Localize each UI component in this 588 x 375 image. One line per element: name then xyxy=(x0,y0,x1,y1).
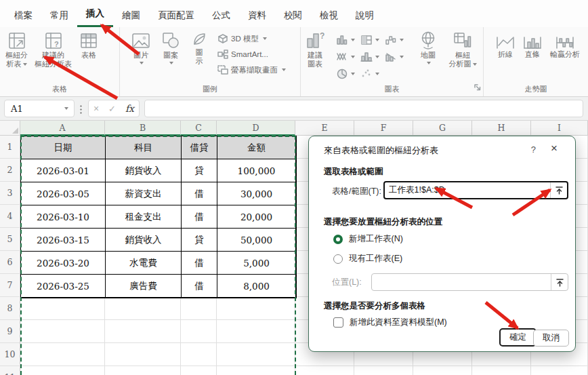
table-cell[interactable]: 貸 xyxy=(182,159,217,182)
chevron-down-icon[interactable] xyxy=(64,107,68,110)
menu-tab[interactable]: 資料 xyxy=(239,7,275,27)
table-cell[interactable]: 50,000 xyxy=(217,229,296,252)
table-cell[interactable]: 租金支出 xyxy=(106,205,182,229)
histogram-chart-button[interactable] xyxy=(360,48,385,65)
row-header[interactable]: 5 xyxy=(0,228,20,251)
sparkline-line-button[interactable]: 折線 xyxy=(496,35,515,59)
waterfall-chart-button[interactable] xyxy=(385,31,409,48)
table-cell[interactable]: 2026-03-20 xyxy=(21,252,106,275)
new-worksheet-radio[interactable]: 新增工作表(N) xyxy=(333,233,403,245)
table-cell[interactable]: 水電費 xyxy=(106,252,182,275)
existing-worksheet-radio[interactable]: 現有工作表(E) xyxy=(333,253,402,264)
table-cell[interactable]: 2026-03-25 xyxy=(21,275,106,298)
collapse-dialog-button[interactable] xyxy=(551,274,568,290)
table-cell[interactable]: 2026-03-10 xyxy=(21,205,106,229)
row-header[interactable]: 8 xyxy=(0,297,20,320)
collapse-dialog-button[interactable] xyxy=(550,182,567,198)
table-cell[interactable]: 借 xyxy=(182,275,217,298)
pie-chart-button[interactable] xyxy=(336,65,360,82)
ok-button[interactable]: 確定 xyxy=(499,328,537,347)
menu-tab[interactable]: 繪圖 xyxy=(113,7,149,27)
row-header[interactable]: 11 xyxy=(0,366,20,375)
icons-button[interactable]: 圖 示 xyxy=(190,31,208,66)
close-icon[interactable]: × xyxy=(551,142,558,155)
help-button[interactable]: ? xyxy=(531,144,536,155)
cancel-entry-button[interactable]: × xyxy=(93,103,99,114)
column-header[interactable]: I xyxy=(531,121,588,136)
select-all-corner[interactable] xyxy=(0,121,20,136)
menu-tab[interactable]: 檔案 xyxy=(5,7,41,27)
confirm-entry-button[interactable]: ✓ xyxy=(108,104,116,114)
menu-tab[interactable]: 校閱 xyxy=(275,7,311,27)
sparkline-column-button[interactable]: 直條 xyxy=(523,35,542,59)
cancel-button[interactable]: 取消 xyxy=(533,330,569,347)
pivottable-button[interactable]: 樞紐分 析表 xyxy=(5,31,28,68)
row-header[interactable]: 6 xyxy=(0,251,20,274)
table-cell[interactable]: 2026-03-05 xyxy=(21,182,106,205)
scatter-chart-button[interactable] xyxy=(360,65,385,82)
table-header-cell[interactable]: 科目 xyxy=(106,136,182,159)
table-cell[interactable]: 銷貨收入 xyxy=(106,159,182,182)
column-header[interactable]: B xyxy=(105,121,181,136)
table-button[interactable]: 表格 xyxy=(79,31,99,60)
shapes-button[interactable]: 圖案 xyxy=(161,31,181,64)
menu-tab[interactable]: 常用 xyxy=(41,7,77,27)
insert-function-button[interactable]: fx xyxy=(125,103,134,114)
table-cell[interactable]: 8,000 xyxy=(217,275,296,298)
smartart-button[interactable]: SmartArt... xyxy=(217,49,286,60)
column-header[interactable]: G xyxy=(413,121,472,136)
recommended-charts-button[interactable]: ? 建議 圖表 xyxy=(305,31,325,68)
table-cell[interactable]: 銷貨收入 xyxy=(106,229,182,252)
maps-button[interactable]: 地圖 xyxy=(413,31,443,64)
menu-tab[interactable]: 檢視 xyxy=(311,7,347,27)
row-header[interactable]: 9 xyxy=(0,320,20,343)
menu-tab[interactable]: 插入 xyxy=(77,5,113,27)
table-cell[interactable]: 2026-03-15 xyxy=(21,229,106,252)
sparkline-column-label: 直條 xyxy=(525,50,540,59)
table-cell[interactable]: 貸 xyxy=(182,229,217,252)
table-cell[interactable]: 借 xyxy=(182,182,217,205)
table-header-cell[interactable]: 日期 xyxy=(21,136,106,159)
table-cell[interactable]: 廣告費 xyxy=(106,275,182,298)
column-header[interactable]: F xyxy=(354,121,413,136)
pivotchart-button[interactable]: 樞紐 分析圖 xyxy=(444,31,481,68)
screenshot-button[interactable]: 螢幕擷取畫面 xyxy=(217,64,286,75)
table-cell[interactable]: 5,000 xyxy=(217,252,296,275)
name-box[interactable]: A1 xyxy=(4,100,75,117)
table-header-cell[interactable]: 借貸 xyxy=(182,136,217,159)
formula-input[interactable] xyxy=(144,100,583,117)
column-header[interactable]: C xyxy=(181,121,217,136)
sparkline-winloss-button[interactable]: 輸贏分析 xyxy=(550,35,580,59)
add-to-data-model-checkbox[interactable]: 新增此資料至資料模型(M) xyxy=(333,317,447,328)
column-header[interactable]: E xyxy=(295,121,354,136)
table-cell[interactable]: 薪資支出 xyxy=(106,182,182,205)
menu-tab[interactable]: 公式 xyxy=(203,7,239,27)
table-cell[interactable]: 2026-03-01 xyxy=(21,159,106,182)
table-cell[interactable]: 30,000 xyxy=(217,182,296,205)
row-header[interactable]: 10 xyxy=(0,343,20,366)
recommended-pivottables-button[interactable]: ? 建議的 樞紐分析表 xyxy=(35,31,72,68)
row-header[interactable]: 1 xyxy=(0,136,20,159)
combo-chart-button[interactable] xyxy=(385,48,409,65)
pictures-button[interactable]: 圖片 xyxy=(131,31,151,64)
column-chart-button[interactable] xyxy=(336,31,360,48)
location-input[interactable] xyxy=(371,273,568,291)
3d-models-button[interactable]: 3D 模型 xyxy=(217,33,286,44)
line-chart-button[interactable] xyxy=(336,48,360,65)
range-input[interactable]: 工作表1!$A:$D xyxy=(383,181,568,199)
table-cell[interactable]: 100,000 xyxy=(217,159,296,182)
table-cell[interactable]: 20,000 xyxy=(217,205,296,229)
row-header[interactable]: 3 xyxy=(0,182,20,205)
column-header[interactable]: A xyxy=(20,121,105,136)
table-cell[interactable]: 借 xyxy=(182,205,217,229)
row-header[interactable]: 2 xyxy=(0,159,20,182)
row-header[interactable]: 7 xyxy=(0,274,20,297)
column-header[interactable]: D xyxy=(217,121,295,136)
column-header[interactable]: H xyxy=(472,121,531,136)
row-header[interactable]: 4 xyxy=(0,205,20,228)
hierarchy-chart-button[interactable] xyxy=(360,31,385,48)
table-header-cell[interactable]: 金額 xyxy=(217,136,296,159)
menu-tab[interactable]: 說明 xyxy=(347,7,383,27)
menu-tab[interactable]: 頁面配置 xyxy=(149,7,203,27)
table-cell[interactable]: 借 xyxy=(182,252,217,275)
